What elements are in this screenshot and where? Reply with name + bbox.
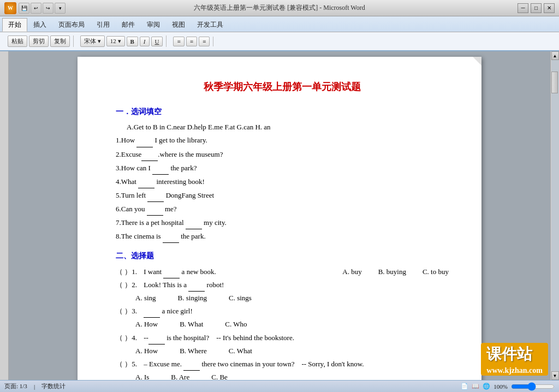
- word-count-label: 字数统计: [41, 382, 66, 390]
- watermark-line1: 课件站: [481, 343, 548, 366]
- mc-opts5: A. Is B. Are C. Be: [135, 371, 449, 380]
- ribbon: 开始 插入 页面布局 引用 邮件 审阅 视图 开发工具 粘贴 剪切 复制 宋体 …: [0, 16, 559, 51]
- font-size-dropdown[interactable]: 12 ▾: [106, 36, 125, 46]
- vocab-options: A.Get to B in C.near D.help E.me F.at G.…: [127, 121, 449, 133]
- ribbon-group-paragraph: ≡ ≡ ≡: [170, 37, 213, 46]
- mc-opt3c: C. Who: [225, 318, 247, 330]
- office-logo-icon[interactable]: W: [4, 2, 16, 14]
- customize-quick-btn[interactable]: ▾: [55, 3, 66, 14]
- paste-button[interactable]: 粘贴: [8, 35, 27, 47]
- mc-opt2c: C. sings: [229, 292, 252, 304]
- zoom-level: 100%: [493, 383, 508, 390]
- left-ruler: [0, 51, 9, 380]
- mc-text3: a nice girl!: [144, 305, 449, 318]
- watermark-line2: www.kjzhan.com: [481, 366, 548, 376]
- window-title: 六年级英语上册第一单元测试卷 [兼容模式] - Microsoft Word: [194, 3, 365, 13]
- bold-button[interactable]: B: [127, 37, 138, 46]
- q6: 6.Can you me?: [116, 203, 449, 216]
- mc-opt3a: A. How: [135, 318, 158, 330]
- minimize-button[interactable]: ─: [518, 3, 528, 13]
- mc-opt5a: A. Is: [135, 371, 149, 380]
- align-right-button[interactable]: ≡: [199, 37, 210, 46]
- blank6: [147, 203, 163, 216]
- tab-view[interactable]: 视图: [166, 18, 191, 32]
- q3: 3.How can I the park?: [116, 162, 449, 175]
- scrollbar-thumb[interactable]: [551, 72, 558, 93]
- blank7: [186, 217, 202, 229]
- scrollbar-track[interactable]: [551, 60, 559, 371]
- mc-text2: Look! This is a robot!: [144, 279, 449, 292]
- maximize-button[interactable]: □: [531, 3, 542, 13]
- mc-paren3: （ ）: [116, 305, 132, 317]
- mc-opt5c: C. Be: [211, 371, 228, 380]
- main-area[interactable]: 秋季学期六年级上册第一单元测试题 一．选词填空 A.Get to B in C.…: [9, 51, 550, 380]
- save-quick-btn[interactable]: 💾: [19, 3, 29, 14]
- italic-button[interactable]: I: [140, 37, 150, 46]
- mc-opt5b: B. Are: [171, 371, 189, 380]
- status-bar: 页面: 1/3 | 字数统计 📄 📖 🌐 100%: [0, 380, 559, 392]
- status-separator: |: [34, 383, 35, 390]
- copy-button[interactable]: 复制: [50, 35, 70, 47]
- tab-insert[interactable]: 插入: [27, 18, 52, 32]
- mc-q5: （ ） 5. – Excuse me. there two cinemas in…: [116, 358, 449, 371]
- mc-opt3b: B. What: [180, 318, 203, 330]
- tab-review[interactable]: 审阅: [141, 18, 166, 32]
- view-read-btn[interactable]: 📖: [472, 383, 479, 390]
- tab-references[interactable]: 引用: [91, 18, 116, 32]
- mc-q4: （ ） 4. -- is the hospital? -- It's behin…: [116, 332, 449, 345]
- blank5: [147, 189, 164, 202]
- zoom-slider[interactable]: [511, 382, 555, 391]
- q7: 7.There is a pet hospital my city.: [116, 217, 449, 229]
- font-name-dropdown[interactable]: 宋体 ▾: [80, 35, 105, 47]
- mc-text4: -- is the hospital? -- It's behind the b…: [144, 332, 449, 345]
- underline-button[interactable]: U: [151, 37, 163, 46]
- ribbon-group-clipboard: 粘贴 剪切 复制: [4, 35, 74, 47]
- scroll-down-button[interactable]: ▼: [551, 371, 559, 380]
- q4: 4.What interesting book!: [116, 176, 449, 188]
- section2-title: 二、选择题: [116, 250, 449, 263]
- align-left-button[interactable]: ≡: [173, 37, 184, 46]
- mc-opt2b: B. singing: [178, 292, 207, 304]
- tab-start[interactable]: 开始: [2, 18, 27, 32]
- scroll-up-button[interactable]: ▲: [551, 51, 559, 60]
- blank1: [136, 134, 153, 147]
- mc-opt4b: B. Where: [180, 345, 207, 357]
- mc-num3: 3.: [132, 305, 144, 317]
- ribbon-tabs: 开始 插入 页面布局 引用 邮件 审阅 视图 开发工具: [0, 16, 559, 32]
- section1-title: 一．选词填空: [116, 105, 449, 118]
- tab-developer[interactable]: 开发工具: [191, 18, 229, 32]
- right-scrollbar[interactable]: ▲ ▼: [550, 51, 559, 380]
- mc-paren5: （ ）: [116, 358, 132, 370]
- close-button[interactable]: ✕: [544, 3, 555, 13]
- q2: 2.Excuse .where is the museum?: [116, 149, 449, 161]
- redo-quick-btn[interactable]: ↪: [43, 3, 53, 14]
- q8: 8.The cinema is the park.: [116, 230, 449, 243]
- title-bar-left: W 💾 ↩ ↪ ▾: [4, 2, 66, 14]
- mc-opts4: A. How B. Where C. What: [135, 345, 449, 357]
- mc-opts3: A. How B. What C. Who: [135, 318, 449, 330]
- tab-mail[interactable]: 邮件: [116, 18, 141, 32]
- mc-num4: 4.: [132, 332, 144, 344]
- undo-quick-btn[interactable]: ↩: [31, 3, 41, 14]
- mc-paren4: （ ）: [116, 332, 132, 344]
- mc-num2: 2.: [132, 279, 144, 291]
- mc-num1: 1.: [132, 266, 144, 278]
- mc-opt1c: C. to buy: [423, 266, 449, 278]
- mc-text5: – Excuse me. there two cinemas in your t…: [144, 358, 449, 371]
- mc-q1: （ ） 1. I want a new book. A. buy B. buyi…: [116, 266, 449, 278]
- page-count: 页面: 1/3: [4, 382, 27, 390]
- quick-access-toolbar: 💾 ↩ ↪ ▾: [19, 3, 66, 14]
- mc-text1: I want a new book.: [144, 266, 326, 278]
- mc-opt4c: C. What: [229, 345, 252, 357]
- tab-page-layout[interactable]: 页面布局: [52, 18, 91, 32]
- mc-paren1: （ ）: [116, 266, 132, 278]
- mc-paren2: （ ）: [116, 279, 132, 291]
- q1: 1.How I get to the library.: [116, 134, 449, 147]
- mc-opt4a: A. How: [135, 345, 158, 357]
- align-center-button[interactable]: ≡: [186, 37, 197, 46]
- view-web-btn[interactable]: 🌐: [483, 383, 490, 390]
- view-print-btn[interactable]: 📄: [461, 383, 468, 390]
- blank2: [141, 149, 158, 161]
- cut-button[interactable]: 剪切: [29, 35, 49, 47]
- mc-q2: （ ） 2. Look! This is a robot!: [116, 279, 449, 292]
